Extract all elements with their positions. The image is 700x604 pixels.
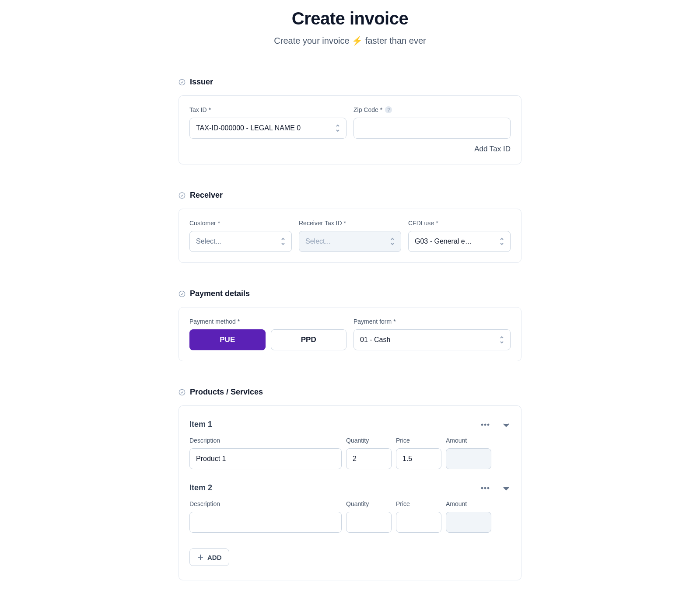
svg-point-0 [179, 79, 185, 85]
label-description: Description [189, 500, 342, 507]
section-header-payment: Payment details [178, 289, 522, 298]
help-icon[interactable]: ? [385, 106, 392, 113]
label-tax-id: Tax ID* [189, 106, 346, 113]
item-quantity-input[interactable] [346, 512, 392, 533]
check-circle-icon [178, 290, 186, 297]
item-price-input[interactable] [396, 448, 441, 469]
item-amount-output [446, 448, 491, 469]
page-subtitle: Create your invoice ⚡ faster than ever [178, 35, 522, 46]
receiver-card: Customer* Select... Receiver Tax ID* Sel… [178, 209, 522, 263]
check-circle-icon [178, 79, 186, 86]
label-customer: Customer* [189, 220, 292, 227]
zip-code-input[interactable] [354, 118, 511, 139]
item-header: Item 2 [189, 483, 511, 492]
add-tax-id-button[interactable]: Add Tax ID [474, 145, 511, 154]
section-title-products: Products / Services [190, 388, 263, 397]
svg-point-7 [481, 487, 483, 489]
payment-method-ppd[interactable]: PPD [271, 329, 347, 350]
cfdi-use-select[interactable]: G03 - General e… [408, 231, 511, 252]
issuer-card: Tax ID* TAX-ID-000000 - LEGAL NAME 0 Zip… [178, 95, 522, 164]
svg-point-8 [484, 487, 486, 489]
customer-select[interactable]: Select... [189, 231, 292, 252]
item-title: Item 1 [189, 420, 212, 429]
section-title-issuer: Issuer [190, 77, 213, 87]
payment-method-toggle: PUE PPD [189, 329, 346, 350]
payment-method-pue[interactable]: PUE [189, 329, 266, 350]
label-amount: Amount [446, 437, 491, 444]
section-title-receiver: Receiver [190, 191, 223, 200]
label-price: Price [396, 500, 441, 507]
item-description-input[interactable] [189, 512, 342, 533]
payment-form-select[interactable]: 01 - Cash [354, 329, 511, 350]
more-icon[interactable] [481, 484, 490, 492]
products-card: Item 1 Description Quantity Price [178, 405, 522, 580]
item-quantity-input[interactable] [346, 448, 392, 469]
label-payment-method: Payment method* [189, 318, 346, 325]
check-circle-icon [178, 192, 186, 199]
svg-point-5 [484, 424, 486, 426]
section-header-products: Products / Services [178, 388, 522, 397]
receiver-tax-id-select: Select... [299, 231, 401, 252]
label-price: Price [396, 437, 441, 444]
label-payment-form: Payment form* [354, 318, 511, 325]
page-title: Create invoice [178, 9, 522, 28]
svg-point-3 [179, 389, 185, 395]
item-amount-output [446, 512, 491, 533]
plus-icon [197, 554, 204, 561]
label-description: Description [189, 437, 342, 444]
add-item-button[interactable]: ADD [189, 548, 229, 566]
more-icon[interactable] [481, 420, 490, 429]
label-cfdi-use: CFDI use* [408, 220, 511, 227]
label-quantity: Quantity [346, 437, 392, 444]
label-quantity: Quantity [346, 500, 392, 507]
label-zip-code: Zip Code* ? [354, 106, 511, 113]
label-amount: Amount [446, 500, 491, 507]
item-title: Item 2 [189, 483, 212, 492]
chevron-down-icon[interactable] [502, 420, 511, 429]
section-header-receiver: Receiver [178, 191, 522, 200]
svg-point-9 [487, 487, 489, 489]
svg-point-1 [179, 192, 185, 198]
svg-point-4 [481, 424, 483, 426]
chevron-down-icon[interactable] [502, 484, 511, 492]
item-header: Item 1 [189, 420, 511, 429]
item-description-input[interactable] [189, 448, 342, 469]
tax-id-select[interactable]: TAX-ID-000000 - LEGAL NAME 0 [189, 118, 346, 139]
payment-card: Payment method* PUE PPD Payment form* 01… [178, 307, 522, 361]
svg-point-2 [179, 291, 185, 297]
label-receiver-tax-id: Receiver Tax ID* [299, 220, 401, 227]
check-circle-icon [178, 389, 186, 396]
section-header-issuer: Issuer [178, 77, 522, 87]
svg-point-6 [487, 424, 489, 426]
section-title-payment: Payment details [190, 289, 250, 298]
item-price-input[interactable] [396, 512, 441, 533]
